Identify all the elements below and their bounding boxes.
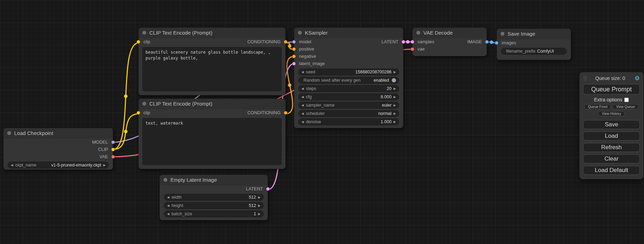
extra-options-checkbox[interactable] xyxy=(624,98,629,102)
decrement-arrow-icon[interactable]: ◀ xyxy=(167,196,169,199)
load-default-button[interactable]: Load Default xyxy=(583,166,640,175)
ckpt-name-widget[interactable]: ◀ ckpt_name v1-5-pruned-emaonly.ckpt ▶ xyxy=(8,162,109,169)
model-input-port[interactable] xyxy=(292,40,296,44)
node-title: Empty Latent Image xyxy=(170,177,217,183)
output-slot-label: MODEL xyxy=(92,139,108,145)
negative-prompt-textarea[interactable]: text, watermark xyxy=(142,118,282,165)
node-vae-decode[interactable]: VAE Decode samples IMAGE vae xyxy=(413,28,487,56)
node-clip-text-encode-negative[interactable]: CLIP Text Encode (Prompt) clip CONDITION… xyxy=(139,99,285,169)
slot-row-clip-conditioning: clip CONDITIONING xyxy=(139,38,285,45)
increment-arrow-icon[interactable]: ▶ xyxy=(258,196,261,199)
increment-arrow-icon[interactable]: ▶ xyxy=(103,164,106,167)
collapse-toggle-icon[interactable] xyxy=(501,32,504,36)
negative-input-port[interactable] xyxy=(292,54,296,58)
conditioning-output-port[interactable] xyxy=(284,40,288,44)
latent-output-port[interactable] xyxy=(266,187,270,191)
input-slot-label: model xyxy=(299,39,311,44)
node-empty-latent-image[interactable]: Empty Latent Image LATENT ◀ width 512 ▶ … xyxy=(160,175,268,220)
increment-arrow-icon[interactable]: ▶ xyxy=(258,213,261,216)
input-slot-negative: negative xyxy=(294,53,403,60)
decrement-arrow-icon[interactable]: ◀ xyxy=(301,112,304,115)
widget-label: Random seed after every gen xyxy=(303,78,361,83)
output-slot-label: CONDITIONING xyxy=(247,39,281,44)
save-button[interactable]: Save xyxy=(583,120,640,129)
increment-arrow-icon[interactable]: ▶ xyxy=(394,71,396,74)
decrement-arrow-icon[interactable]: ◀ xyxy=(301,71,304,74)
node-title: VAE Decode xyxy=(423,30,453,36)
samples-input-port[interactable] xyxy=(411,40,414,44)
height-widget[interactable]: ◀ height 512 ▶ xyxy=(164,202,264,209)
settings-gear-icon[interactable]: ⚙ xyxy=(635,75,640,81)
conditioning-output-port[interactable] xyxy=(284,111,288,115)
latent-output-port[interactable] xyxy=(402,40,405,44)
collapse-toggle-icon[interactable] xyxy=(164,178,167,182)
filename-prefix-widget[interactable]: filename_prefix ComfyUI xyxy=(501,48,567,55)
output-slot-label: IMAGE xyxy=(467,39,482,44)
decrement-arrow-icon[interactable]: ◀ xyxy=(11,164,13,167)
vae-input-port[interactable] xyxy=(411,47,414,51)
node-titlebar[interactable]: CLIP Text Encode (Prompt) xyxy=(139,28,285,38)
seed-widget[interactable]: ◀ seed 156680208700286 ▶ xyxy=(298,69,399,75)
node-titlebar[interactable]: Save Image xyxy=(497,29,571,39)
width-widget[interactable]: ◀ width 512 ▶ xyxy=(164,194,264,201)
increment-arrow-icon[interactable]: ▶ xyxy=(394,96,396,99)
increment-arrow-icon[interactable]: ▶ xyxy=(394,87,396,90)
scheduler-widget[interactable]: ◀ scheduler normal ▶ xyxy=(298,110,399,117)
node-title: KSampler xyxy=(305,30,328,36)
view-queue-button[interactable]: View Queue xyxy=(612,104,638,109)
collapse-toggle-icon[interactable] xyxy=(142,102,146,106)
node-clip-text-encode-positive[interactable]: CLIP Text Encode (Prompt) clip CONDITION… xyxy=(139,28,285,95)
cfg-widget[interactable]: ◀ cfg 8.000 ▶ xyxy=(298,93,399,100)
node-titlebar[interactable]: Load Checkpoint xyxy=(3,128,113,138)
load-button[interactable]: Load xyxy=(583,132,640,141)
node-ksampler[interactable]: KSampler model LATENT positive negative … xyxy=(294,28,403,128)
denoise-widget[interactable]: ◀ denoise 1.000 ▶ xyxy=(298,118,399,125)
decrement-arrow-icon[interactable]: ◀ xyxy=(167,204,169,207)
drag-handle-icon[interactable] xyxy=(584,76,584,77)
increment-arrow-icon[interactable]: ▶ xyxy=(394,112,396,115)
random-seed-toggle-widget[interactable]: Random seed after every gen enabled xyxy=(298,77,399,84)
decrement-arrow-icon[interactable]: ◀ xyxy=(301,96,304,99)
batch-size-widget[interactable]: ◀ batch_size 1 ▶ xyxy=(164,210,264,217)
node-titlebar[interactable]: Empty Latent Image xyxy=(160,175,268,185)
node-save-image[interactable]: Save Image images filename_prefix ComfyU… xyxy=(497,29,571,60)
clip-output-port[interactable] xyxy=(111,147,115,151)
queue-prompt-button[interactable]: Queue Prompt xyxy=(583,84,640,94)
collapse-toggle-icon[interactable] xyxy=(7,131,11,135)
positive-input-port[interactable] xyxy=(292,47,296,51)
input-slot-vae: vae xyxy=(413,45,487,53)
steps-widget[interactable]: ◀ steps 20 ▶ xyxy=(298,85,399,92)
decrement-arrow-icon[interactable]: ◀ xyxy=(301,87,304,90)
images-input-port[interactable] xyxy=(495,41,499,45)
increment-arrow-icon[interactable]: ▶ xyxy=(258,204,261,207)
queue-front-button[interactable]: Queue Front xyxy=(584,104,611,109)
latent-image-input-port[interactable] xyxy=(292,62,296,65)
decrement-arrow-icon[interactable]: ◀ xyxy=(167,213,169,216)
node-load-checkpoint[interactable]: Load Checkpoint MODEL CLIP VAE ◀ ckpt_na… xyxy=(3,128,113,170)
widget-label: cfg xyxy=(306,94,312,99)
refresh-button[interactable]: Refresh xyxy=(583,143,640,152)
node-titlebar[interactable]: CLIP Text Encode (Prompt) xyxy=(139,99,285,109)
vae-output-port[interactable] xyxy=(111,155,115,159)
node-graph-canvas[interactable]: Load Checkpoint MODEL CLIP VAE ◀ ckpt_na… xyxy=(0,0,644,244)
toggle-knob-icon[interactable] xyxy=(392,78,396,82)
clip-input-port[interactable] xyxy=(136,40,140,44)
collapse-toggle-icon[interactable] xyxy=(298,31,302,35)
collapse-toggle-icon[interactable] xyxy=(142,31,146,35)
sampler-name-widget[interactable]: ◀ sampler_name euler ▶ xyxy=(298,102,399,109)
increment-arrow-icon[interactable]: ▶ xyxy=(394,104,396,107)
view-history-button[interactable]: View History xyxy=(598,111,624,116)
node-titlebar[interactable]: VAE Decode xyxy=(413,28,487,38)
positive-prompt-textarea[interactable]: beautiful scenery nature glass bottle la… xyxy=(142,47,282,91)
collapse-toggle-icon[interactable] xyxy=(416,31,420,35)
model-output-port[interactable] xyxy=(111,140,115,144)
decrement-arrow-icon[interactable]: ◀ xyxy=(301,120,304,124)
clip-input-port[interactable] xyxy=(136,111,140,115)
input-slot-label: positive xyxy=(299,46,314,52)
clear-button[interactable]: Clear xyxy=(583,154,640,163)
wire-clip-to-positive xyxy=(113,43,139,150)
image-output-port[interactable] xyxy=(485,40,489,44)
decrement-arrow-icon[interactable]: ◀ xyxy=(301,104,304,107)
increment-arrow-icon[interactable]: ▶ xyxy=(394,120,396,124)
node-titlebar[interactable]: KSampler xyxy=(294,28,403,38)
